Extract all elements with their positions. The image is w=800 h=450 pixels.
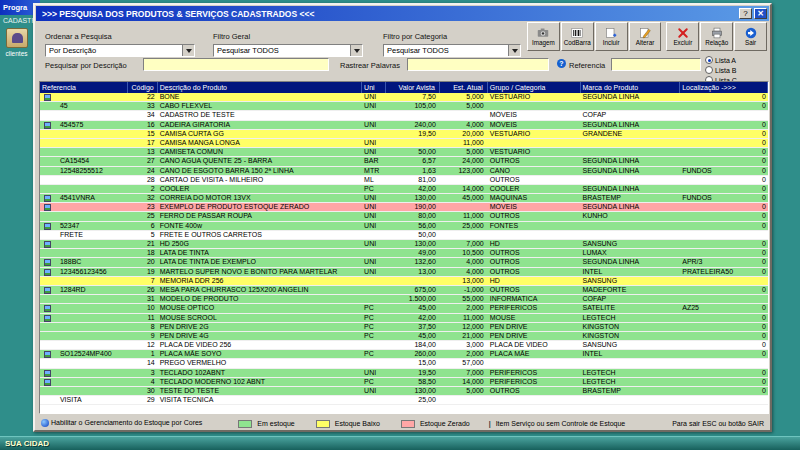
table-row[interactable]: 22BONEUNI7,505,000VESTUARIOSEGUNDA LINHA… xyxy=(40,93,768,102)
table-row[interactable]: 23EXEMPLO DE PRODUTO ESTOQUE ZERADOUNI19… xyxy=(40,203,768,212)
table-row[interactable]: 21HD 250GUNI130,007,000HDSANSUNG0 xyxy=(40,240,768,249)
table-row[interactable]: 15CAMISA CURTA GG19,5020,000VESTUARIOGRA… xyxy=(40,130,768,139)
table-row[interactable]: 1284RD26MESA PARA CHURRASCO 125X200 ANGE… xyxy=(40,286,768,295)
delete-button[interactable]: Excluir xyxy=(666,22,699,51)
cell-desc: CADASTRO DE TESTE xyxy=(158,111,362,119)
table-row[interactable]: 3TECLADO 102ABNTUNI19,507,000PERIFERICOS… xyxy=(40,369,768,378)
table-row[interactable]: 2COOLERPC42,0014,000COOLERSEGUNDA LINHA0 xyxy=(40,185,768,194)
help-button[interactable]: ? xyxy=(739,8,752,19)
radio-lista-a[interactable]: Lista A xyxy=(705,56,736,64)
chevron-down-icon[interactable] xyxy=(182,45,194,56)
table-row[interactable]: 13CAMISETA COMUNUNI50,005,000VESTUARIO0 xyxy=(40,148,768,157)
cell-valor: 58,50 xyxy=(386,378,440,386)
add-button[interactable]: Incluir xyxy=(595,22,628,51)
cell-loc: FUNDOS xyxy=(680,167,754,175)
cell-loc xyxy=(680,222,754,230)
clients-toolbar-button[interactable]: clientes xyxy=(1,28,32,68)
close-icon[interactable]: ✕ xyxy=(754,8,767,19)
table-row[interactable]: 31MODELO DE PRODUTO1.500,0055,000INFORMA… xyxy=(40,295,768,304)
table-row[interactable]: 4TECLADO MODERNO 102 ABNTPC58,5014,000PE… xyxy=(40,378,768,387)
table-row[interactable]: 17CAMISA MANGA LONGAUNI11,0000 xyxy=(40,139,768,148)
track-words-input[interactable] xyxy=(407,58,549,71)
cell-est xyxy=(440,176,488,184)
table-row[interactable]: 14PREGO VERMELHO15,0057,000 xyxy=(40,359,768,368)
table-row[interactable]: 4541VNRA32CORREIA DO MOTOR 13VXUNI130,00… xyxy=(40,194,768,203)
cell-z: 0 xyxy=(754,102,768,110)
col-valor-avista[interactable]: Valor Avista xyxy=(386,82,440,93)
table-row[interactable]: 9PEN DRIVE 4GPC45,0021,000PEN DRIVEKINGS… xyxy=(40,332,768,341)
cell-grupo: PERIFERICOS xyxy=(488,369,581,377)
cell-loc xyxy=(680,378,754,386)
cell-ref xyxy=(58,212,128,220)
barcode-button[interactable]: CodBarra xyxy=(561,22,594,51)
dialog-title: >>> PESQUISA DOS PRODUTOS & SERVIÇOS CAD… xyxy=(42,9,737,19)
table-row[interactable]: 8PEN DRIVE 2GPC37,5012,000PEN DRIVEKINGS… xyxy=(40,323,768,332)
cell-z: 0 xyxy=(754,387,768,395)
col-uni[interactable]: Uni xyxy=(362,82,386,93)
stock-color-toggle[interactable]: Habilitar o Gerenciamento do Estoque por… xyxy=(41,419,202,427)
table-row[interactable]: 25FERRO DE PASSAR ROUPAUNI80,0011,000OUT… xyxy=(40,212,768,221)
cell-loc xyxy=(680,231,754,239)
table-row[interactable]: 30TESTE DO TESTEUNI130,005,000OUTROSBRAS… xyxy=(40,387,768,396)
cell-grupo xyxy=(488,231,581,239)
cell-code: 23 xyxy=(128,203,158,211)
table-row[interactable] xyxy=(40,405,768,414)
cell-ref: CA15454 xyxy=(58,157,128,165)
table-row[interactable]: 12PLACA DE VIDEO 256184,003,000PLACA DE … xyxy=(40,341,768,350)
col-marca[interactable]: Marca do Produto xyxy=(581,82,681,93)
icon-cell xyxy=(40,323,58,331)
table-row[interactable]: FRETE5FRETE E OUTROS CARRETOS50,00 xyxy=(40,231,768,240)
cell-grupo: OUTROS xyxy=(488,268,581,276)
order-combo[interactable]: Por Descrição xyxy=(45,44,195,57)
cell-grupo: MAQUINAS xyxy=(488,194,581,202)
table-row[interactable]: 523476FONTE 400wUNI56,0025,000FONTES0 xyxy=(40,222,768,231)
table-row[interactable]: 1254825551224CANO DE ESGOTO BARRA 150 2ª… xyxy=(40,167,768,176)
cell-loc xyxy=(680,396,754,404)
col-referencia[interactable]: Referencia xyxy=(40,82,128,93)
add-record-icon xyxy=(605,27,617,39)
radio-lista-b[interactable]: Lista B xyxy=(705,66,736,74)
chevron-down-icon[interactable] xyxy=(350,45,362,56)
blue-dot-icon xyxy=(41,419,49,427)
cell-desc: TECLADO MODERNO 102 ABNT xyxy=(158,378,362,386)
col-localizacao[interactable]: Localização ->>> xyxy=(680,82,754,93)
edit-button[interactable]: Alterar xyxy=(629,22,662,51)
table-row[interactable]: 188BC20LATA DE TINTA DE EXEMPLOUNI132,60… xyxy=(40,258,768,267)
cell-est: 2,000 xyxy=(440,304,488,312)
general-filter-combo[interactable]: Pesquisar TODOS xyxy=(213,44,363,57)
dialog-titlebar[interactable]: >>> PESQUISA DOS PRODUTOS & SERVIÇOS CAD… xyxy=(36,6,769,21)
table-row[interactable]: 4533CABO FLEXVELUNI105,005,0000 xyxy=(40,102,768,111)
col-grupo-categoria[interactable]: Grupo / Categoria xyxy=(488,82,581,93)
col-est-atual[interactable]: Est. Atual xyxy=(440,82,488,93)
table-row[interactable]: 28CARTAO DE VISITA - MILHEIROML81,00OUTR… xyxy=(40,176,768,185)
cell-valor: 80,00 xyxy=(386,212,440,220)
search-description-input[interactable] xyxy=(143,58,329,71)
category-filter-combo[interactable]: Pesquisar TODOS xyxy=(383,44,521,57)
cell-loc xyxy=(680,332,754,340)
table-row[interactable]: VISITA29VISITA TECNICA25,00 xyxy=(40,396,768,405)
chevron-down-icon[interactable] xyxy=(508,45,520,56)
table-row[interactable]: SO12524MP4001PLACA MÃE SOYOPC260,002,000… xyxy=(40,350,768,359)
cell-uni: UNI xyxy=(362,139,386,147)
cell-marca: MADEFORTE xyxy=(581,286,681,294)
table-row[interactable]: 7MEMORIA DDR 25613,000HDSANSUNG xyxy=(40,277,768,286)
table-row[interactable]: 34CADASTRO DE TESTEMÓVEISCOFAP xyxy=(40,111,768,120)
exit-button[interactable]: Sair xyxy=(734,22,767,51)
cell-ref: FRETE xyxy=(58,231,128,239)
cell-valor xyxy=(386,111,440,119)
cell-ref xyxy=(58,295,128,303)
table-row[interactable]: 10MOUSE OPTICOPC45,002,000PERIFERICOSSAT… xyxy=(40,304,768,313)
table-row[interactable]: CA1545427CANO AGUA QUENTE 25 - BARRABAR6… xyxy=(40,157,768,166)
table-row[interactable]: 45457516CADEIRA GIRATORIAUNI240,004,000M… xyxy=(40,121,768,130)
table-row[interactable]: 12345612345619MARTELO SUPER NOVO E BONIT… xyxy=(40,268,768,277)
cell-uni: UNI xyxy=(362,93,386,101)
table-row[interactable]: 11MOUSE SCROOLPC42,0011,000MOUSELEGTECH0 xyxy=(40,314,768,323)
reference-input[interactable] xyxy=(611,58,701,71)
col-codigo[interactable]: Código xyxy=(128,82,158,93)
cell-est: 11,000 xyxy=(440,139,488,147)
report-button[interactable]: Relação xyxy=(700,22,733,51)
col-descricao[interactable]: Descrição do Produto xyxy=(158,82,362,93)
cell-uni: MTR xyxy=(362,167,386,175)
image-button[interactable]: Imagem xyxy=(527,22,560,51)
table-row[interactable]: 18LATA DE TINTA49,0010,500OUTROSLUMAX0 xyxy=(40,249,768,258)
